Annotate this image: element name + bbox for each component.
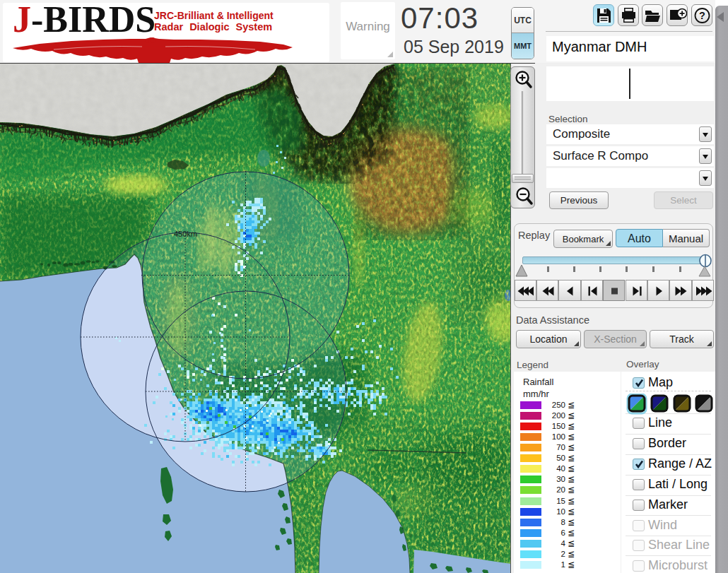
svg-text:?: ? (699, 10, 705, 21)
svg-text:450km: 450km (174, 230, 197, 238)
